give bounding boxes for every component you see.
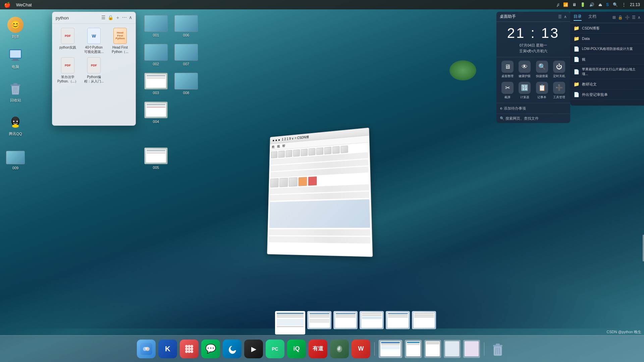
screen-005[interactable]: 005 — [144, 147, 168, 170]
dir-add-icon[interactable]: ➕ — [625, 15, 630, 20]
file-stupid-python[interactable]: PDF 笨办法学Python.（...） — [56, 57, 79, 83]
dock-wps[interactable]: W — [352, 340, 370, 358]
dir-item-account[interactable]: 📄 账 — [570, 54, 644, 65]
battery-icon[interactable]: 🔋 — [580, 2, 585, 7]
desktop-icon-user[interactable]: 😊 刘洋 — [3, 17, 28, 39]
toolbar-item-3[interactable]: 帮 — [282, 144, 285, 148]
skype-icon[interactable]: S — [606, 2, 609, 7]
csdn-icon-large[interactable] — [270, 178, 279, 187]
dock-preview-3[interactable] — [424, 340, 441, 358]
csdn-icon[interactable] — [324, 147, 331, 155]
da-collapse-icon[interactable]: ∧ — [564, 14, 567, 19]
csdn-icon[interactable] — [340, 145, 348, 153]
dock-youdao[interactable]: 有道 — [309, 340, 327, 358]
volume-icon[interactable]: 🔊 — [589, 2, 594, 7]
list-view-icon[interactable]: ☰ — [101, 15, 106, 21]
preview-thumb-4[interactable] — [386, 311, 410, 329]
dir-tab-directory[interactable]: 目录 — [574, 14, 582, 21]
preview-csdn-main[interactable] — [275, 311, 305, 335]
da-calculator[interactable]: 🔢 计算器 — [516, 82, 533, 100]
preview-thumb-5[interactable] — [412, 311, 436, 329]
da-menu-icon[interactable]: ☰ — [558, 14, 562, 19]
csdn-icon[interactable] — [285, 150, 292, 157]
da-add-todo-button[interactable]: ⊕ 添加待办事项 — [496, 103, 570, 114]
csdn-icon-large[interactable] — [298, 177, 307, 186]
dir-item-lowpoly[interactable]: 📄 LOW-POLY风格塔防游戏设计方案 — [570, 44, 644, 54]
bluetooth-icon[interactable]: 𝛽 — [557, 2, 559, 7]
da-screenshot[interactable]: ✂ 截屏 — [499, 82, 516, 100]
file-40python[interactable]: W 40个Python可视化图装... — [83, 28, 105, 54]
csdn-icon[interactable] — [301, 149, 308, 156]
screen-002[interactable]: 002 — [144, 44, 168, 66]
dock-iqiyi-player[interactable]: ▶ — [244, 340, 263, 358]
dir-item-research[interactable]: 📁 教研论文 — [570, 79, 644, 89]
dir-item-apple[interactable]: 📄 苹果栽培历史对太行山片麻岩山地土壤... — [570, 65, 644, 79]
dir-item-outtrip[interactable]: 📄 外出登记审批单 — [570, 89, 644, 100]
add-icon[interactable]: ＋ — [115, 15, 120, 21]
scrollbar-indicator[interactable] — [643, 235, 644, 261]
dock-pycharm[interactable]: PC — [266, 340, 284, 358]
collapse-icon[interactable]: ∧ — [129, 15, 132, 21]
screen-003[interactable]: 003 — [144, 73, 168, 95]
dir-tab-documents[interactable]: 文档 — [588, 14, 596, 21]
screen-001[interactable]: 001 — [144, 15, 168, 37]
da-quick-search[interactable]: 🔍 快捷搜索 — [534, 61, 550, 78]
csdn-window[interactable]: ● ● ● 1 2 1 9 ∨ = CSDN博 抢 视 帮 — [267, 128, 373, 257]
eject-icon[interactable]: ⏏ — [598, 2, 602, 7]
dock-flomo[interactable] — [330, 340, 349, 358]
csdn-icon[interactable] — [271, 151, 278, 158]
csdn-icon-large[interactable] — [308, 176, 317, 186]
csdn-icon[interactable] — [293, 149, 300, 157]
da-eye-care[interactable]: 👁 健康护眼 — [516, 61, 533, 78]
dock-edge[interactable] — [223, 340, 241, 358]
dock-preview-finder[interactable] — [379, 340, 402, 358]
dir-grid-icon[interactable]: ⊞ — [612, 15, 616, 20]
preview-thumb-1[interactable] — [307, 311, 331, 329]
screen-004[interactable]: 004 — [144, 102, 168, 124]
dir-collapse-icon[interactable]: ∧ — [638, 15, 641, 20]
file-python-practice[interactable]: PDF python实践 — [56, 28, 79, 54]
dock-finder[interactable] — [137, 340, 156, 358]
toolbar-item-1[interactable]: 抢 — [272, 145, 275, 149]
display-icon[interactable]: 🖥 — [572, 2, 576, 7]
desktop-icon-qq[interactable]: 腾讯QQ — [3, 114, 28, 136]
da-tools[interactable]: ➕ 工具管理 — [551, 82, 568, 100]
da-desktop-organize[interactable]: 🖥 桌面整理 — [499, 61, 516, 78]
csdn-icon[interactable] — [316, 147, 323, 155]
more-icon[interactable]: ⋯ — [122, 15, 127, 21]
dock-preview-5[interactable] — [463, 340, 480, 358]
dir-item-csdn[interactable]: 📁 CSDN博客 — [570, 23, 644, 34]
desktop-icon-009[interactable]: 009 — [3, 151, 28, 170]
control-center-icon[interactable]: ⋮ — [622, 2, 626, 7]
csdn-icon[interactable] — [309, 148, 316, 156]
dock-wechat[interactable]: 💬 — [201, 340, 220, 358]
da-notepad[interactable]: 📋 记事本 — [534, 82, 550, 100]
preview-thumb-3[interactable] — [360, 311, 384, 329]
preview-thumb-2[interactable] — [333, 311, 358, 329]
dir-lock-icon[interactable]: 🔒 — [618, 15, 623, 20]
dock-preview-4[interactable] — [444, 340, 461, 358]
screen-008[interactable]: 008 — [174, 73, 198, 95]
csdn-icon-large[interactable] — [279, 178, 288, 187]
dock-iqiyi[interactable]: iQ — [287, 340, 306, 358]
dock-launchpad[interactable] — [180, 340, 199, 358]
dir-item-data[interactable]: 📁 Data — [570, 34, 644, 44]
da-timer-shutdown[interactable]: ⏻ 定时关机 — [551, 61, 568, 78]
dock-kugou[interactable]: K — [158, 340, 177, 358]
csdn-icon[interactable] — [278, 150, 285, 158]
csdn-icon-large[interactable] — [289, 177, 298, 187]
desktop-icon-trash[interactable]: 回收站 — [3, 80, 28, 103]
dock-trash[interactable] — [488, 340, 507, 358]
search-icon[interactable]: 🔍 — [613, 2, 618, 7]
lock-icon[interactable]: 🔒 — [108, 15, 113, 21]
dock-preview-browser[interactable] — [405, 340, 422, 358]
csdn-icon[interactable] — [332, 146, 340, 154]
screen-006[interactable]: 006 — [174, 15, 198, 37]
desktop-icon-computer[interactable]: 电脑 — [3, 47, 28, 69]
file-python-programming[interactable]: PDF Python编程：从入门... — [83, 57, 105, 83]
apple-logo-icon[interactable]: 🍎 — [4, 2, 11, 8]
da-search-button[interactable]: 🔍 搜索网页、查找文件 — [496, 114, 570, 123]
toolbar-item-2[interactable]: 视 — [277, 144, 280, 148]
screen-007[interactable]: 007 — [174, 44, 198, 66]
dir-list-icon[interactable]: ☰ — [632, 15, 636, 20]
